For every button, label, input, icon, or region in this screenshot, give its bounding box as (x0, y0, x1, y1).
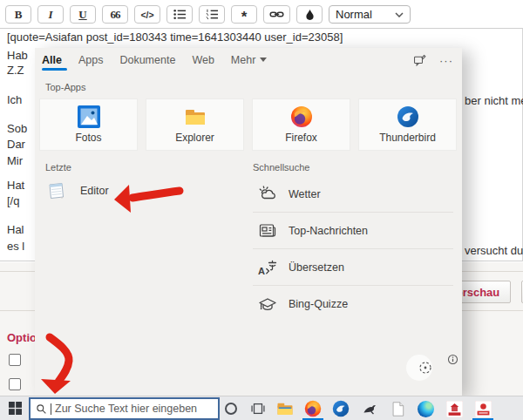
edge-icon[interactable] (416, 399, 435, 418)
more-options-icon[interactable]: ··· (439, 54, 453, 67)
windows-search-panel: Alle Apps Dokumente Web Mehr ··· Top-App… (35, 48, 462, 396)
document-app-icon[interactable] (388, 399, 407, 418)
quiz-icon (257, 294, 278, 315)
windows-logo-icon (9, 402, 22, 415)
firefox-icon (290, 105, 313, 128)
svg-text:A: A (258, 266, 265, 276)
search-tabbar: Alle Apps Dokumente Web Mehr (35, 48, 462, 71)
italic-button[interactable]: I (37, 5, 64, 24)
cortana-icon[interactable] (221, 399, 241, 418)
bird-app-icon[interactable] (360, 399, 379, 418)
code-button[interactable]: </> (134, 5, 160, 24)
quick-search-label: Übersetzen (289, 261, 344, 274)
taskbar-search-input[interactable]: Zur Suche Text hier eingeben (29, 397, 220, 420)
firefox-icon[interactable] (303, 399, 323, 418)
asterisk-button[interactable]: * (231, 5, 257, 24)
textarea-line-fragment: ber nicht me (465, 94, 523, 107)
link-icon (269, 10, 284, 19)
textarea-line: [/q (7, 194, 19, 207)
quote-button[interactable]: 66 (102, 5, 128, 24)
search-icon (36, 403, 47, 415)
link-button[interactable] (263, 5, 290, 24)
tab-mehr[interactable]: Mehr (231, 54, 267, 66)
photos-icon (78, 105, 100, 128)
option-checkbox-1[interactable] (9, 354, 21, 366)
textarea-line: Ich (7, 93, 22, 106)
tile-label: Firefox (285, 132, 317, 144)
tile-thunderbird[interactable]: Thunderbird (358, 98, 457, 151)
active-tab-indicator (42, 68, 67, 71)
color-button[interactable] (296, 5, 323, 24)
textarea-line: Mir (7, 154, 23, 167)
quick-search-label: Top-Nachrichten (289, 225, 368, 237)
style-select-value: Normal (336, 8, 372, 21)
bank-app-2-icon[interactable] (473, 399, 492, 418)
option-checkbox-2[interactable] (9, 378, 21, 390)
tile-explorer[interactable]: Explorer (146, 98, 244, 151)
bullet-list-button[interactable] (166, 5, 193, 24)
section-recent: Letzte (45, 162, 71, 173)
quick-search-wetter[interactable]: Wetter (253, 176, 453, 212)
textarea-line: es l (7, 240, 24, 253)
tile-label: Explorer (175, 132, 214, 144)
tile-label: Fotos (75, 132, 101, 144)
textarea-line-fragment: versucht du (465, 244, 523, 257)
notepad-icon (45, 180, 66, 201)
tile-label: Thunderbird (379, 132, 436, 144)
ordered-list-button[interactable] (199, 5, 225, 24)
tab-dokumente[interactable]: Dokumente (119, 54, 175, 66)
feedback-icon[interactable] (412, 53, 427, 68)
textarea-line: Hal (7, 223, 24, 236)
info-icon[interactable] (447, 354, 458, 365)
bank-app-1-icon[interactable] (445, 399, 464, 418)
droplet-icon (305, 9, 315, 20)
text-caret (51, 403, 51, 415)
style-select[interactable]: Normal (329, 5, 411, 24)
start-button[interactable] (0, 396, 30, 420)
section-quick-search: Schnellsuche (253, 162, 309, 173)
quick-search-uebersetzen[interactable]: A Übersetzen (253, 249, 453, 285)
tab-apps[interactable]: Apps (78, 54, 104, 66)
textarea-line: Sob (7, 122, 27, 135)
search-placeholder: Zur Suche Text hier eingeben (55, 403, 197, 415)
underline-button[interactable]: U (70, 5, 96, 24)
thunderbird-icon (397, 105, 419, 128)
ordered-list-icon (206, 9, 219, 20)
tile-firefox[interactable]: Firefox (252, 98, 350, 151)
textarea-line: Dar (7, 138, 25, 151)
task-view-icon[interactable] (248, 399, 268, 418)
tab-alle[interactable]: Alle (42, 54, 62, 66)
textarea-line: Hab (7, 49, 28, 62)
quick-search-label: Wetter (289, 188, 321, 200)
textarea-line: Z.Z (7, 64, 24, 77)
section-top-apps: Top-Apps (45, 82, 85, 92)
taskbar: Zur Suche Text hier eingeben (0, 396, 523, 420)
recent-item-label: Editor (80, 185, 109, 197)
textarea-line: Hat (7, 179, 24, 192)
editor-toolbar: B I U 66 </> * Normal (5, 5, 411, 24)
translate-icon: A (257, 257, 278, 278)
recent-item-editor[interactable]: Editor (45, 180, 109, 201)
chevron-down-icon (395, 12, 404, 17)
weather-icon (257, 184, 278, 205)
quick-search-top-nachrichten[interactable]: Top-Nachrichten (253, 213, 453, 248)
news-icon (257, 220, 278, 241)
bold-button[interactable]: B (5, 5, 31, 24)
quick-search-bing-quizze[interactable]: Bing-Quizze (253, 286, 453, 322)
tile-fotos[interactable]: Fotos (39, 98, 138, 151)
explorer-icon (184, 105, 207, 128)
quick-search-label: Bing-Quizze (289, 298, 348, 310)
bullet-list-icon (173, 9, 187, 20)
tab-web[interactable]: Web (192, 54, 214, 66)
screen-search-icon[interactable] (417, 359, 434, 376)
chevron-down-icon (260, 58, 267, 62)
thunderbird-icon[interactable] (331, 399, 350, 418)
explorer-icon[interactable] (275, 399, 295, 418)
tab-mehr-label: Mehr (231, 54, 255, 66)
textarea-line: [quote=Asiafan post_id=180343 time=16413… (7, 30, 343, 44)
